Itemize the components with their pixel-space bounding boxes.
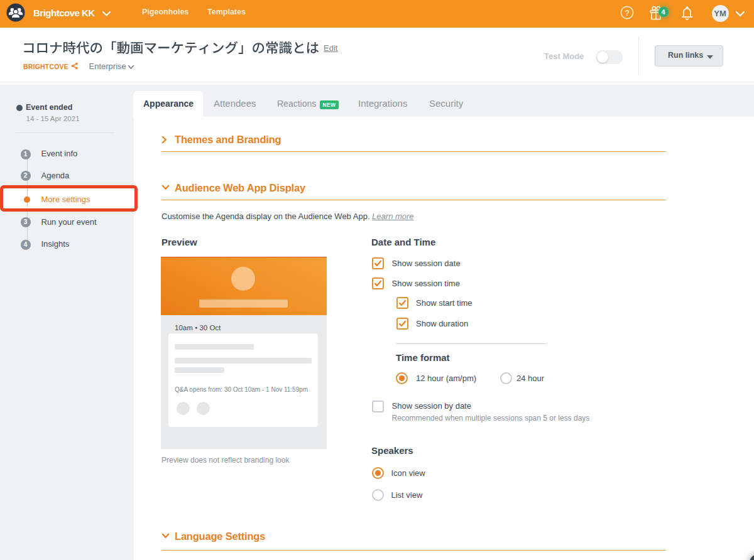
svg-text:?: ? bbox=[625, 8, 630, 18]
